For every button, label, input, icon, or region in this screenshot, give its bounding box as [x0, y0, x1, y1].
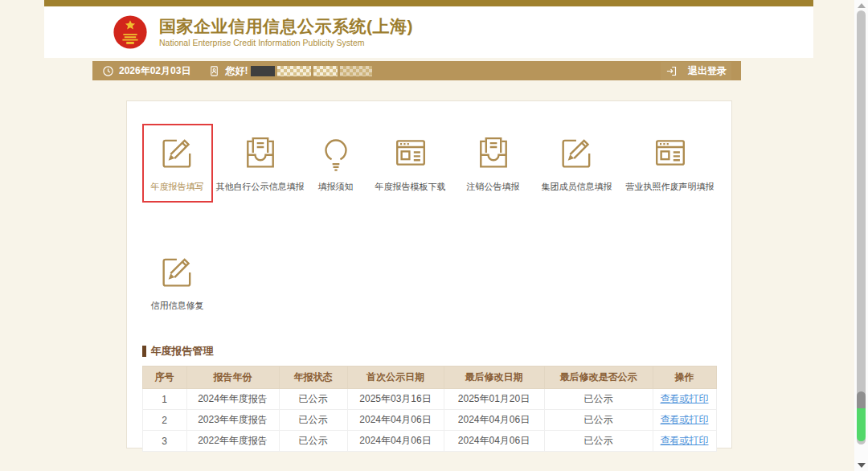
menu-item-label: 集团成员信息填报 [542, 181, 612, 193]
current-date: 2026年02月03日 [119, 64, 190, 78]
view-print-link[interactable]: 查看或打印 [661, 393, 709, 404]
column-header-first-date: 首次公示日期 [347, 367, 444, 389]
column-header-modified-published: 最后修改是否公示 [544, 367, 653, 389]
menu-item-cancellation-announcement[interactable]: 注销公告填报 [457, 124, 530, 203]
table-row: 3 2022年年度报告 已公示 2024年04月06日 2024年04月06日 … [142, 431, 716, 452]
main-panel: 年度报告填写 其他自行公示信息填报 填报须知 年度报告模板下载 注销公告填报 集… [126, 100, 732, 448]
menu-item-label: 填报须知 [318, 181, 354, 193]
exit-icon [665, 65, 678, 77]
cell-status: 已公示 [279, 389, 347, 410]
cell-status: 已公示 [279, 431, 347, 452]
template-icon [390, 132, 432, 174]
menu-item-credit-repair[interactable]: 信用信息修复 [142, 243, 213, 322]
edit-icon [157, 132, 199, 174]
feature-menu-row-1: 年度报告填写 其他自行公示信息填报 填报须知 年度报告模板下载 注销公告填报 集… [142, 124, 716, 203]
logout-label: 退出登录 [688, 64, 727, 78]
view-print-link[interactable]: 查看或打印 [661, 435, 709, 446]
feature-menu-row-2: 信用信息修复 [142, 243, 716, 322]
status-bar: 2026年02月03日 您好! 退出登录 [92, 61, 741, 80]
id-card-icon [208, 65, 220, 77]
top-gold-strip [44, 0, 813, 6]
clock-icon [102, 65, 114, 77]
column-header-year: 报告年份 [186, 367, 279, 389]
cell-no: 1 [142, 389, 186, 410]
cell-first-date: 2025年03月16日 [347, 389, 444, 410]
menu-item-label: 其他自行公示信息填报 [216, 181, 305, 193]
edit-icon [556, 132, 598, 174]
report-section-header: 年度报告管理 [142, 344, 716, 358]
cell-modified-date: 2024年04月06日 [444, 410, 544, 431]
view-print-link[interactable]: 查看或打印 [661, 414, 709, 425]
table-header-row: 序号 报告年份 年报状态 首次公示日期 最后修改日期 最后修改是否公示 操作 [142, 367, 716, 389]
cell-no: 2 [142, 410, 186, 431]
section-marker [142, 346, 146, 357]
section-title: 年度报告管理 [151, 344, 214, 358]
cell-modified-date: 2025年01月20日 [444, 389, 544, 410]
menu-item-filing-instructions[interactable]: 填报须知 [308, 124, 364, 203]
cell-modified-published: 已公示 [544, 410, 653, 431]
scrollbar-thumb[interactable] [857, 391, 866, 441]
site-container: 国家企业信用信息公示系统(上海) National Enterprise Cre… [44, 0, 813, 471]
inbox-icon [473, 132, 514, 174]
greeting-text: 您好! [225, 64, 248, 78]
cell-first-date: 2024年04月06日 [347, 431, 444, 452]
page-title: 国家企业信用信息公示系统(上海) [159, 17, 413, 36]
column-header-action: 操作 [653, 367, 716, 389]
browser-scrollbar [854, 0, 868, 471]
edit-icon [157, 251, 199, 293]
cell-status: 已公示 [279, 410, 347, 431]
cell-year: 2024年年度报告 [186, 389, 279, 410]
masked-username [251, 65, 375, 76]
cell-year: 2022年年度报告 [186, 431, 279, 452]
column-header-no: 序号 [142, 367, 186, 389]
menu-item-other-publicity-fill[interactable]: 其他自行公示信息填报 [213, 124, 308, 203]
menu-item-label: 营业执照作废声明填报 [626, 181, 714, 193]
scroll-down-arrow-icon[interactable] [858, 463, 866, 468]
column-header-status: 年报状态 [279, 367, 347, 389]
scrollbar-track[interactable] [857, 10, 866, 444]
menu-item-label: 年度报告模板下载 [375, 181, 446, 193]
cell-first-date: 2024年04月06日 [347, 410, 444, 431]
cell-modified-date: 2024年04月06日 [444, 431, 544, 452]
column-header-modified-date: 最后修改日期 [444, 367, 544, 389]
table-row: 1 2024年年度报告 已公示 2025年03月16日 2025年01月20日 … [142, 389, 716, 410]
cell-year: 2023年年度报告 [186, 410, 279, 431]
cell-modified-published: 已公示 [544, 431, 653, 452]
cell-no: 3 [142, 431, 186, 452]
china-national-emblem-icon [112, 14, 149, 51]
scroll-up-arrow-icon[interactable] [858, 3, 866, 8]
logout-button[interactable]: 退出登录 [661, 62, 731, 80]
menu-item-label: 信用信息修复 [151, 300, 204, 312]
menu-item-label: 年度报告填写 [151, 181, 204, 193]
site-header: 国家企业信用信息公示系统(上海) National Enterprise Cre… [44, 6, 813, 58]
template-icon [649, 132, 691, 174]
cell-modified-published: 已公示 [544, 389, 653, 410]
menu-item-report-template-download[interactable]: 年度报告模板下载 [364, 124, 457, 203]
menu-item-label: 注销公告填报 [467, 181, 520, 193]
annual-report-table: 序号 报告年份 年报状态 首次公示日期 最后修改日期 最后修改是否公示 操作 1… [142, 366, 717, 452]
menu-item-annual-report-fill[interactable]: 年度报告填写 [142, 124, 213, 203]
menu-item-license-invalidation[interactable]: 营业执照作废声明填报 [624, 124, 716, 203]
lightbulb-icon [315, 132, 357, 174]
page-subtitle: National Enterprise Credit Information P… [159, 38, 413, 47]
table-row: 2 2023年年度报告 已公示 2024年04月06日 2024年04月06日 … [142, 410, 716, 431]
menu-item-group-member-info[interactable]: 集团成员信息填报 [530, 124, 624, 203]
inbox-icon [240, 132, 281, 174]
